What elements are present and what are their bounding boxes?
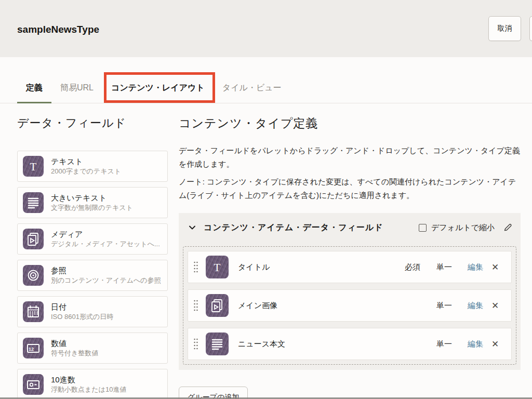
required-badge: 必須 (401, 262, 424, 272)
palette-card-label: 日付 (51, 301, 113, 312)
palette-card-label: 大きいテキスト (51, 192, 133, 203)
svg-text:T: T (214, 261, 221, 274)
chevron-down-icon[interactable] (188, 223, 196, 232)
field-row-controls: 単一編集✕ (401, 300, 503, 311)
palette-card-description: 符号付き整数値 (51, 349, 98, 358)
cancel-button[interactable]: 取消 (488, 16, 521, 41)
field-row-controls: 単一編集✕ (401, 339, 503, 350)
drag-handle-icon[interactable] (193, 338, 198, 350)
pencil-edit-icon[interactable] (503, 223, 512, 232)
field-row-controls: 必須単一編集✕ (401, 262, 503, 273)
palette-card-label: テキスト (51, 156, 121, 167)
fields-panel-controls: デフォルトで縮小 (419, 223, 512, 233)
tab-content-layout[interactable]: コンテンツ・レイアウト (102, 83, 214, 103)
date-field-icon (23, 301, 44, 322)
collapse-default-label: デフォルトで縮小 (431, 223, 495, 233)
palette-card-label: 参照 (51, 265, 161, 276)
tab-friendly-url[interactable]: 簡易URL (51, 83, 102, 103)
palette-card-description: ISO 8601形式の日時 (51, 312, 113, 322)
field-row-label: メイン画像 (238, 301, 277, 311)
description-paragraph: データ・フィールドをパレットからドラッグ・アンド・ドロップして、コンテンツ・タイ… (179, 144, 522, 170)
fields-panel-title: コンテンツ・アイテム・データ・フィールド (204, 222, 383, 233)
page-title: sampleNewsType (17, 24, 99, 35)
edit-link[interactable]: 編集 (463, 339, 487, 349)
reference-field-icon (23, 265, 44, 286)
note-paragraph: ノート: コンテンツ・タイプに保存された変更は、すべての関連付けられたコンテンツ… (179, 175, 522, 202)
palette-card[interactable]: 日付ISO 8601形式の日時 (17, 296, 168, 327)
palette-title: データ・フィールド (17, 115, 126, 131)
field-row-label: ニュース本文 (238, 339, 285, 349)
svg-text:T: T (30, 161, 37, 173)
large-text-field-icon (206, 332, 229, 355)
text-field-icon: T (206, 256, 229, 278)
drag-handle-icon[interactable] (193, 261, 198, 273)
palette-card-text: メディアデジタル・メディア・アセットへ... (51, 229, 160, 249)
palette-card[interactable]: メディアデジタル・メディア・アセットへ... (17, 223, 168, 255)
number-field-icon: 12 (23, 338, 44, 358)
data-fields-palette: Tテキスト2000字までのテキスト大きいテキスト文字数が無制限のテキストメディア… (17, 151, 168, 399)
cardinality-badge: 単一 (432, 301, 456, 311)
remove-field-icon[interactable]: ✕ (487, 262, 503, 273)
media-field-icon (23, 229, 44, 249)
palette-card-text: 日付ISO 8601形式の日時 (51, 301, 113, 322)
palette-card-text: 数値符号付き整数値 (51, 338, 98, 358)
svg-text:12: 12 (29, 347, 34, 352)
palette-card-label: 数値 (51, 338, 98, 349)
palette-card-description: 浮動小数点または10進値 (51, 385, 126, 395)
content-type-definition-title: コンテンツ・タイプ定義 (179, 115, 318, 131)
partial-edge-button[interactable] (529, 16, 532, 41)
palette-card[interactable]: 12数値符号付き整数値 (17, 332, 168, 364)
page-header: sampleNewsType 取消 (0, 0, 532, 57)
field-row: ニュース本文単一編集✕ (188, 328, 512, 360)
palette-card-description: 2000字までのテキスト (51, 167, 121, 177)
palette-card-description: デジタル・メディア・アセットへ... (51, 240, 160, 249)
cardinality-badge: 単一 (432, 339, 456, 349)
palette-card-label: メディア (51, 229, 160, 240)
app-window: sampleNewsType 取消 定義簡易URLコンテンツ・レイアウトタイル・… (0, 0, 532, 399)
tab-tile-view[interactable]: タイル・ビュー (214, 83, 290, 103)
fields-panel-header: コンテンツ・アイテム・データ・フィールド デフォルトで縮小 (179, 213, 521, 242)
field-row: Tタイトル必須単一編集✕ (188, 251, 512, 283)
palette-card-description: 別のコンテンツ・アイテムへの参照 (51, 276, 161, 286)
drag-handle-icon[interactable] (193, 299, 198, 312)
content-item-fields-panel: コンテンツ・アイテム・データ・フィールド デフォルトで縮小 Tタイトル必須単一編… (179, 213, 521, 370)
collapse-default-checkbox[interactable] (419, 224, 427, 232)
palette-card-description: 文字数が無制限のテキスト (51, 203, 133, 213)
text-field-icon: T (23, 156, 44, 177)
large-text-field-icon (23, 192, 44, 213)
palette-card[interactable]: 大きいテキスト文字数が無制限のテキスト (17, 187, 168, 218)
cardinality-badge: 単一 (432, 262, 456, 272)
field-row: メイン画像単一編集✕ (188, 289, 512, 322)
fields-dropzone: Tタイトル必須単一編集✕メイン画像単一編集✕ニュース本文単一編集✕ (183, 246, 516, 365)
remove-field-icon[interactable]: ✕ (487, 339, 503, 350)
palette-card[interactable]: Tテキスト2000字までのテキスト (17, 151, 168, 182)
palette-card-text: 10進数浮動小数点または10進値 (51, 374, 126, 395)
palette-card-text: 参照別のコンテンツ・アイテムへの参照 (51, 265, 161, 286)
palette-card[interactable]: 参照別のコンテンツ・アイテムへの参照 (17, 260, 168, 291)
tab-definition[interactable]: 定義 (17, 83, 51, 103)
palette-card[interactable]: 10進数浮動小数点または10進値 (17, 369, 168, 399)
decimal-field-icon (23, 374, 44, 395)
remove-field-icon[interactable]: ✕ (487, 300, 503, 311)
media-field-icon (206, 294, 229, 317)
palette-card-text: テキスト2000字までのテキスト (51, 156, 121, 177)
edit-link[interactable]: 編集 (463, 262, 487, 272)
palette-card-text: 大きいテキスト文字数が無制限のテキスト (51, 192, 133, 213)
tab-bar: 定義簡易URLコンテンツ・レイアウトタイル・ビュー (0, 57, 532, 103)
palette-card-label: 10進数 (51, 374, 126, 385)
edit-link[interactable]: 編集 (463, 301, 487, 311)
field-row-label: タイトル (238, 262, 270, 272)
tabs-container: 定義簡易URLコンテンツ・レイアウトタイル・ビュー (17, 83, 290, 103)
